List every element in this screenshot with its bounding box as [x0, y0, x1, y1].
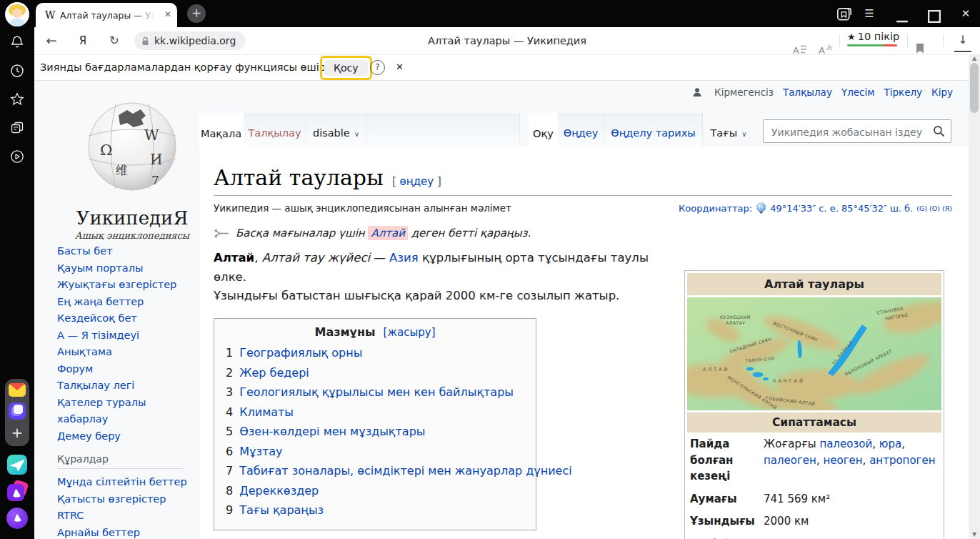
article-tabs-row: Мақала Талқылау disable∨ Оқу Өңдеу Өңдел… [199, 113, 969, 147]
url-field[interactable]: kk.wikipedia.org [134, 31, 246, 50]
tab-read[interactable]: Оқу [529, 113, 558, 147]
paleogene-link[interactable]: палеоген [764, 454, 816, 467]
sidebar-item-report-errors[interactable]: Қателер туралы хабарлау [57, 395, 171, 428]
toc-item[interactable]: 6Мұзтау [226, 442, 524, 462]
article-header: Алтай таулары [ өңдеу ] [214, 165, 952, 196]
tools-link-rtrc[interactable]: RTRC [57, 508, 193, 525]
toc-item[interactable]: 2Жер бедері [226, 363, 524, 383]
add-service-plus-icon[interactable]: + [5, 423, 29, 443]
paleozoic-link[interactable]: палеозой [819, 437, 872, 450]
neogene-link[interactable]: неоген [823, 454, 862, 467]
scroll-down-icon[interactable]: ▼ [969, 530, 980, 539]
personal-link-talk[interactable]: Талқылау [783, 86, 832, 98]
video-play-icon[interactable] [10, 149, 24, 164]
tools-link-special-pages[interactable]: Арнайы беттер [57, 525, 193, 539]
sidebar-item-main[interactable]: Басты бет [57, 243, 184, 260]
jurassic-link[interactable]: юра [879, 437, 901, 450]
svg-text:И: И [150, 151, 162, 168]
wikipedia-logo[interactable]: Ω W И 维 7 УикипедиЯ Ашық энциклопедиясы [50, 94, 214, 241]
coordinates-services[interactable]: (G) (O) (Я) [916, 204, 952, 212]
tab-spacer [366, 113, 520, 147]
tab-more[interactable]: Тағы∨ [703, 113, 754, 147]
toc-item[interactable]: 9Тағы қараңыз [226, 500, 524, 520]
rating-star-icon: ★ [847, 31, 856, 42]
browser-tab[interactable]: W Алтай таулары — Уикипедия ✕ [36, 3, 177, 27]
toc-item[interactable]: 1Географиялық орны [226, 343, 524, 363]
infobox-map-image[interactable]: КУЗНЕЦКИЙ АЛАТАУ ЗАПАДНЫЙ САЯН ВОСТОЧНЫЙ… [687, 297, 941, 410]
tab-talk[interactable]: Талқылау [244, 113, 306, 147]
telegram-messenger-icon[interactable] [7, 455, 27, 475]
notifications-bell-icon[interactable] [10, 35, 24, 49]
yandex-mail-icon[interactable] [9, 383, 26, 397]
toc-item[interactable]: 8Дереккөздер [226, 481, 524, 501]
bookmark-flag-icon[interactable] [914, 35, 926, 62]
help-icon[interactable]: ? [370, 60, 385, 75]
toc-hide-link[interactable]: [жасыру] [384, 326, 436, 339]
svg-text:A: A [793, 45, 799, 56]
minimize-window-icon[interactable] [894, 9, 911, 24]
scrollbar-thumb[interactable] [970, 63, 979, 113]
tab-article[interactable]: Мақала [199, 113, 244, 147]
infobox-row-area: Аумағы 741 569 км² [687, 488, 941, 510]
browser-menu-icon[interactable]: ☰ [861, 6, 878, 21]
yandex-music-icon[interactable] [7, 481, 27, 501]
toc-item[interactable]: 3Геологиялық құрылысы мен кен байлықтары [226, 382, 524, 402]
sidebar-item-recent-changes[interactable]: Жуықтағы өзгерістер [57, 277, 184, 294]
globe-icon[interactable] [756, 202, 766, 214]
sidebar-item-forum[interactable]: Форум [57, 361, 184, 378]
collections-icon[interactable] [10, 121, 24, 135]
logo-tagline: Ашық энциклопедиясы [50, 230, 214, 241]
rating-bar [847, 44, 897, 46]
profile-avatar[interactable] [5, 2, 29, 26]
side-panels-icon[interactable] [836, 7, 853, 23]
toc-item[interactable]: 7Табиғат зоналары, өсімдіктері мен жануа… [226, 461, 524, 481]
personal-link-register[interactable]: Тіркелу [884, 86, 922, 98]
coordinates-label[interactable]: Координаттар: [679, 203, 752, 214]
sidebar-item-discussion-feed[interactable]: Талқылау легі [57, 377, 184, 395]
tab-close-icon[interactable]: ✕ [164, 9, 171, 19]
reload-icon[interactable]: ↻ [106, 27, 123, 54]
history-clock-icon[interactable] [10, 64, 24, 78]
site-rating[interactable]: ★10 пікір [847, 31, 897, 46]
scroll-up-icon[interactable]: ▲ [969, 54, 980, 63]
yandex-search-app-icon[interactable] [6, 508, 28, 529]
notification-close-icon[interactable]: ✕ [396, 54, 404, 80]
toc-item[interactable]: 4Климаты [226, 402, 524, 422]
coordinates-value[interactable]: 49°14′33″ с. е. 85°45′32″ ш. б. [770, 203, 913, 214]
lead-paragraph: Алтай, Алтай тау жүйесі — Азия құрлығыны… [214, 249, 685, 306]
sidebar-item-donate[interactable]: Демеу беру [57, 428, 184, 445]
reader-mode-icon[interactable]: A [793, 36, 807, 63]
maximize-window-icon[interactable] [926, 9, 943, 24]
yandex-button-icon[interactable]: Я [74, 27, 91, 54]
sidebar-item-community[interactable]: Қауым порталы [57, 260, 184, 277]
toc-item[interactable]: 5Өзен-көлдері мен мұздықтары [226, 422, 524, 442]
messenger-app-icon[interactable] [9, 402, 26, 420]
bookmarks-star-icon[interactable] [10, 92, 24, 107]
hatnote-link[interactable]: Алтай [368, 226, 408, 240]
tab-gadget-disable[interactable]: disable∨ [306, 113, 366, 147]
sidebar-item-new-pages[interactable]: Ең жаңа беттер [57, 294, 184, 311]
sidebar-item-random[interactable]: Кездейсоқ бет [57, 310, 184, 327]
tools-link-whatlinkshere[interactable]: Мұнда сілтейтін беттер [57, 474, 193, 491]
enable-protection-button[interactable]: Қосу [324, 60, 368, 76]
tools-link-related-changes[interactable]: Қатысты өзгерістер [57, 491, 193, 508]
back-icon[interactable]: ← [43, 27, 60, 54]
tab-edit[interactable]: Өңдеу [558, 113, 604, 147]
anthropogene-link[interactable]: антропоген [869, 454, 935, 467]
browser-sidebar: + [0, 0, 34, 539]
new-tab-button[interactable]: + [187, 4, 206, 23]
downloads-icon[interactable]: ↓ [954, 29, 971, 52]
web-page: Кірмегенсіз Талқылау Үлесім Тіркелу Кіру… [34, 80, 969, 539]
edit-section-link[interactable]: [ өңдеу ] [392, 175, 441, 188]
tab-history[interactable]: Өңделу тарихы [604, 113, 703, 147]
search-icon[interactable] [933, 125, 945, 137]
sidebar-item-help[interactable]: Анықтама [57, 344, 184, 361]
sidebar-item-az-index[interactable]: А — Я тізімдеуі [57, 327, 184, 345]
search-input[interactable] [770, 120, 926, 144]
close-window-icon[interactable]: ✕ [957, 6, 974, 21]
asia-link[interactable]: Азия [389, 251, 419, 264]
translate-icon[interactable]: A あ [819, 35, 834, 62]
personal-link-contribs[interactable]: Үлесім [841, 86, 875, 98]
personal-link-login[interactable]: Кіру [931, 86, 953, 98]
page-scrollbar[interactable]: ▲ ▼ [969, 54, 980, 539]
